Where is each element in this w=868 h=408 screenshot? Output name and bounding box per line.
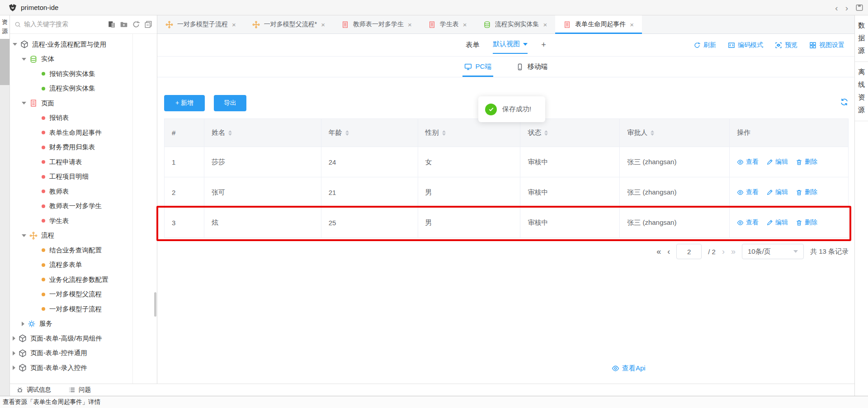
page-next-button[interactable]: › <box>722 247 725 256</box>
nav-back-icon[interactable]: ‹ <box>835 4 838 12</box>
tree-item[interactable]: 实体 <box>10 52 154 67</box>
search-input[interactable]: 输入关键字搜索 <box>14 20 107 28</box>
close-icon[interactable]: × <box>232 21 236 28</box>
delete-link[interactable]: 删除 <box>796 218 817 227</box>
rail-tab-resources[interactable]: 资源 <box>0 15 9 39</box>
doc-icon <box>341 21 349 28</box>
grid-action-button[interactable]: 视图设置 <box>809 41 844 49</box>
sort-caret-icon[interactable] <box>345 130 349 136</box>
editor-tab[interactable]: 表单生命周起事件× <box>555 15 642 33</box>
preview-action-button[interactable]: 预览 <box>775 41 797 49</box>
close-icon[interactable]: × <box>321 21 325 28</box>
tree-item[interactable]: 工程申请表 <box>10 155 154 170</box>
collapse-all-icon[interactable] <box>144 20 152 29</box>
tree-item[interactable]: 一对多模型子流程 <box>10 302 154 317</box>
tree-expand-arrow-icon[interactable] <box>22 234 26 237</box>
tree-expand-arrow-icon[interactable] <box>22 58 26 61</box>
refresh-tree-icon[interactable] <box>132 20 140 29</box>
tree-collapse-arrow-icon[interactable] <box>22 322 24 326</box>
tree-item[interactable]: 表单生命周起事件 <box>10 125 154 140</box>
window-layout-icon[interactable] <box>855 4 863 12</box>
page-prev-button[interactable]: ‹ <box>667 247 670 256</box>
tree-collapse-arrow-icon[interactable] <box>13 336 15 341</box>
tree-item[interactable]: 报销实例实体集 <box>10 66 154 81</box>
tree-item[interactable]: 教师表一对多学生 <box>10 199 154 214</box>
tree-item[interactable]: 页面 <box>10 96 154 111</box>
tree-item[interactable]: 流程实例实体集 <box>10 81 154 96</box>
code-action-button[interactable]: 编码模式 <box>728 41 763 49</box>
page-first-button[interactable]: « <box>656 247 661 256</box>
table-cell: 男 <box>418 177 520 208</box>
close-icon[interactable]: × <box>630 21 634 28</box>
tree-item[interactable]: 流程-业务流程配置与使用 <box>10 37 154 52</box>
new-folder-icon[interactable] <box>119 20 128 29</box>
page-number-input[interactable]: 2 <box>676 244 702 259</box>
tree-item[interactable]: 页面-表单-高级/布局组件 <box>10 331 154 346</box>
tree-item[interactable]: 页面-表单-控件通用 <box>10 346 154 361</box>
tree-item[interactable]: 业务化流程参数配置 <box>10 272 154 287</box>
editor-tab[interactable]: 流程实例实体集× <box>475 15 556 33</box>
sort-caret-icon[interactable] <box>651 130 654 136</box>
tree-collapse-arrow-icon[interactable] <box>13 351 15 356</box>
tab-pc[interactable]: PC端 <box>464 57 492 77</box>
tree-item[interactable]: 学生表 <box>10 213 154 228</box>
editor-tab[interactable]: 一对多模型父流程*× <box>244 15 333 33</box>
view-link[interactable]: 查看 <box>737 188 759 196</box>
close-icon[interactable]: × <box>408 21 412 28</box>
sort-caret-icon[interactable] <box>544 130 548 136</box>
editor-tab[interactable]: 学生表× <box>420 15 475 33</box>
table-row[interactable]: 3炫25男审核中张三 (zhangsan)查看编辑删除 <box>165 208 849 238</box>
nav-forward-icon[interactable]: › <box>845 4 848 12</box>
table-refresh-icon[interactable] <box>840 98 849 106</box>
page-last-button[interactable]: » <box>731 247 736 256</box>
action-label: 刷新 <box>703 41 716 49</box>
cube-icon <box>19 349 27 357</box>
problems-button[interactable]: 问题 <box>68 386 91 394</box>
edit-link[interactable]: 编辑 <box>766 158 788 166</box>
table-cell: 审核中 <box>520 147 620 177</box>
tab-form[interactable]: 表单 <box>466 41 479 49</box>
tree-item[interactable]: 结合业务查询配置 <box>10 243 154 258</box>
delete-link[interactable]: 删除 <box>796 158 817 166</box>
column-header-label: 性别 <box>425 128 439 137</box>
tree-item[interactable]: 流程 <box>10 228 154 243</box>
editor-tab[interactable]: 一对多模型子流程× <box>157 15 244 33</box>
sort-caret-icon[interactable] <box>442 130 446 136</box>
tree-scrollbar[interactable] <box>154 292 156 317</box>
close-icon[interactable]: × <box>463 21 467 28</box>
tree-item[interactable]: 财务费用归集表 <box>10 140 154 155</box>
right-rail-item-2[interactable]: 离线资源 <box>855 62 868 121</box>
tree-item[interactable]: 服务 <box>10 317 154 332</box>
locate-file-icon[interactable] <box>107 20 116 29</box>
debug-info-button[interactable]: 调试信息 <box>16 386 51 394</box>
add-view-button[interactable]: + <box>541 40 546 50</box>
right-rail-item-1[interactable]: 数据源 <box>855 15 868 62</box>
tree-collapse-arrow-icon[interactable] <box>13 365 15 370</box>
editor-tab[interactable]: 教师表一对多学生× <box>333 15 420 33</box>
left-rail-scrollbar[interactable] <box>0 39 9 85</box>
table-row[interactable]: 2张可21男审核中张三 (zhangsan)查看编辑删除 <box>165 177 849 208</box>
sort-caret-icon[interactable] <box>228 130 232 136</box>
tree-item[interactable]: 教师表 <box>10 184 154 199</box>
view-selector[interactable]: 默认视图 <box>493 40 528 50</box>
tree-item[interactable]: 工程项目明细 <box>10 170 154 185</box>
page-size-select[interactable]: 10条/页 <box>742 244 804 259</box>
view-api-link[interactable]: 查看Api <box>612 364 646 373</box>
refresh-action-button[interactable]: 刷新 <box>693 41 716 49</box>
tree-expand-arrow-icon[interactable] <box>13 43 17 46</box>
tree-item[interactable]: 一对多模型父流程 <box>10 287 154 302</box>
tree-expand-arrow-icon[interactable] <box>22 102 26 104</box>
tree-item[interactable]: 流程多表单 <box>10 258 154 273</box>
view-link[interactable]: 查看 <box>737 158 759 166</box>
view-link[interactable]: 查看 <box>737 218 759 227</box>
export-button[interactable]: 导出 <box>214 95 246 111</box>
table-row[interactable]: 1莎莎24女审核中张三 (zhangsan)查看编辑删除 <box>165 147 849 177</box>
tree-item[interactable]: 页面-表单-录入控件 <box>10 361 154 375</box>
edit-link[interactable]: 编辑 <box>766 188 788 196</box>
tree-item[interactable]: 报销表 <box>10 111 154 126</box>
close-icon[interactable]: × <box>543 21 547 28</box>
tab-mobile[interactable]: 移动端 <box>516 57 547 77</box>
edit-link[interactable]: 编辑 <box>766 218 788 227</box>
delete-link[interactable]: 删除 <box>796 188 817 196</box>
add-record-button[interactable]: + 新增 <box>164 95 205 111</box>
